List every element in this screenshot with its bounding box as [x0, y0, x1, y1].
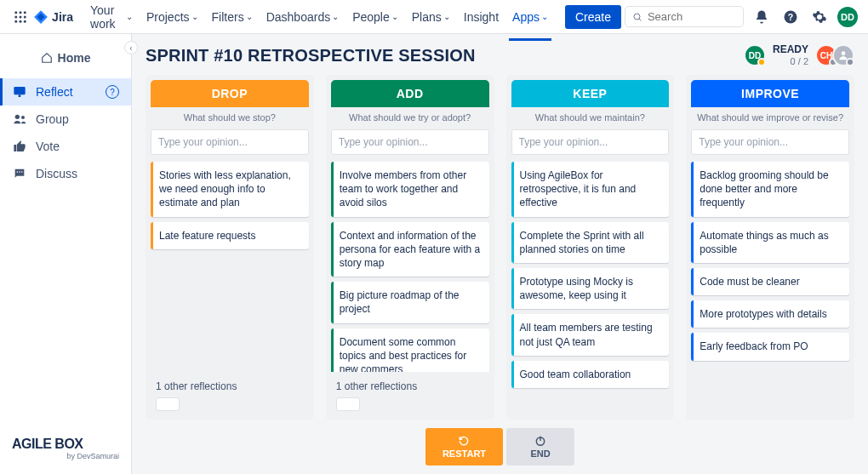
column-subtitle: What should we try or adopt?	[326, 107, 494, 129]
svg-point-15	[15, 115, 20, 119]
column-subtitle: What should we improve or revise?	[686, 107, 854, 129]
column-subtitle: What should we stop?	[146, 107, 314, 129]
collapse-sidebar-icon[interactable]: ‹	[124, 41, 138, 54]
sidebar-item-label: Vote	[36, 140, 60, 153]
nav-item-plans[interactable]: Plans⌄	[405, 0, 457, 34]
app-switcher-icon[interactable]	[10, 7, 30, 27]
nav-item-dashboards[interactable]: Dashboards⌄	[260, 0, 346, 34]
svg-line-10	[639, 18, 641, 20]
reflection-card[interactable]: Complete the Sprint with all planned sto…	[511, 222, 670, 263]
reflection-card[interactable]: Big picture roadmap of the project	[331, 282, 489, 323]
svg-point-20	[842, 51, 846, 55]
column-improve: IMPROVEWhat should we improve or revise?…	[686, 75, 854, 420]
svg-point-3	[14, 15, 17, 18]
reflect-icon	[12, 85, 27, 99]
svg-point-0	[14, 11, 17, 14]
reflection-card[interactable]: Code must be cleaner	[691, 268, 849, 295]
agilebox-subtitle: by DevSamurai	[12, 452, 119, 460]
column-header: DROP	[151, 80, 309, 107]
sidebar-item-label: Group	[36, 112, 69, 126]
reflection-card[interactable]: Context and information of the persona f…	[331, 222, 489, 277]
sidebar-item-group[interactable]: Group	[0, 106, 131, 133]
reflection-card[interactable]: Prototype using Mocky is awesome, keep u…	[511, 268, 670, 309]
group-icon	[12, 112, 27, 126]
svg-point-4	[19, 15, 21, 18]
user-avatar[interactable]: DD	[837, 7, 858, 27]
reveal-toggle[interactable]	[156, 397, 180, 411]
reflection-card[interactable]: Stories with less explanation, we need e…	[151, 162, 309, 217]
reflection-card[interactable]: All team members are testing not just QA…	[511, 314, 670, 355]
reflection-card[interactable]: Automate things as much as possible	[691, 222, 849, 263]
vote-icon	[12, 140, 27, 153]
participant-avatar[interactable]	[832, 44, 854, 66]
search-input[interactable]	[625, 6, 744, 27]
nav-item-people[interactable]: People⌄	[345, 0, 405, 34]
opinion-input[interactable]	[151, 129, 309, 155]
reflection-card[interactable]: More prototypes with details	[691, 300, 849, 328]
svg-point-5	[23, 15, 26, 18]
page-title: SPRINT #10 RETROSPECTIVE SESSION	[146, 46, 476, 66]
nav-item-projects[interactable]: Projects⌄	[140, 0, 205, 34]
settings-icon[interactable]	[808, 6, 831, 28]
reflection-card[interactable]: Late feature requests	[151, 222, 309, 249]
nav-item-insight[interactable]: Insight	[457, 0, 505, 34]
content: SPRINT #10 RETROSPECTIVE SESSION DD READ…	[132, 34, 868, 474]
other-reflections-label: 1 other reflections	[326, 372, 494, 397]
create-button[interactable]: Create	[565, 5, 621, 29]
notifications-icon[interactable]	[751, 6, 773, 28]
reflection-card[interactable]: Document some common topics and best pra…	[331, 328, 489, 373]
opinion-input[interactable]	[691, 129, 849, 155]
ready-status: READY 0 / 2	[773, 44, 808, 66]
reveal-toggle[interactable]	[336, 397, 360, 411]
reflection-card[interactable]: Involve members from other team to work …	[331, 162, 489, 217]
sidebar-item-label: Discuss	[36, 167, 77, 180]
discuss-icon	[12, 167, 27, 180]
svg-point-6	[14, 20, 17, 22]
column-drop: DROPWhat should we stop?Stories with les…	[146, 75, 314, 420]
svg-rect-18	[19, 171, 20, 172]
jira-logo[interactable]: Jira	[33, 9, 73, 25]
help-badge-icon[interactable]: ?	[106, 85, 119, 99]
content-header: SPRINT #10 RETROSPECTIVE SESSION DD READ…	[146, 44, 854, 66]
svg-point-9	[634, 14, 640, 20]
column-header: ADD	[331, 80, 489, 107]
reflection-card[interactable]: Using AgileBox for retrospective, it is …	[511, 162, 670, 217]
nav-item-filters[interactable]: Filters⌄	[205, 0, 260, 34]
participant-avatar[interactable]: DD	[744, 44, 766, 66]
other-reflections-label: 1 other reflections	[146, 372, 314, 397]
sidebar-item-discuss[interactable]: Discuss	[0, 160, 131, 187]
svg-rect-14	[19, 94, 21, 97]
sidebar-footer: AGILE BOX by DevSamurai	[0, 426, 131, 474]
opinion-input[interactable]	[331, 129, 489, 155]
reflection-card[interactable]: Early feedback from PO	[691, 333, 849, 360]
column-keep: KEEPWhat should we maintain?Using AgileB…	[506, 75, 675, 420]
svg-rect-19	[21, 171, 22, 172]
svg-point-1	[19, 11, 21, 14]
end-button[interactable]: END	[506, 428, 574, 465]
svg-point-7	[19, 20, 21, 22]
agilebox-logo: AGILE BOX	[12, 437, 119, 452]
column-header: KEEP	[511, 80, 670, 107]
help-icon[interactable]: ?	[779, 6, 802, 28]
svg-text:?: ?	[788, 11, 793, 21]
sidebar: ‹ Home Reflect ? Group Vote Discuss AGIL…	[0, 34, 132, 474]
svg-point-8	[23, 20, 26, 22]
reflection-card[interactable]: Backlog grooming should be done better a…	[691, 162, 849, 217]
svg-point-16	[21, 116, 25, 119]
nav-item-your-work[interactable]: Your work⌄	[83, 0, 140, 34]
footer-buttons: RESTART END	[146, 428, 854, 465]
restart-button[interactable]: RESTART	[425, 428, 503, 465]
sidebar-item-vote[interactable]: Vote	[0, 133, 131, 160]
column-header: IMPROVE	[691, 80, 849, 107]
top-nav: Jira Your work⌄Projects⌄Filters⌄Dashboar…	[0, 0, 868, 34]
retro-columns: DROPWhat should we stop?Stories with les…	[146, 75, 854, 420]
nav-item-apps[interactable]: Apps⌄	[505, 0, 555, 34]
column-subtitle: What should we maintain?	[506, 107, 675, 129]
sidebar-item-label: Reflect	[36, 85, 73, 99]
opinion-input[interactable]	[511, 129, 670, 155]
sidebar-home[interactable]: Home	[0, 44, 131, 78]
reflection-card[interactable]: Good team collaboration	[511, 361, 670, 388]
svg-rect-13	[14, 87, 25, 94]
svg-rect-17	[17, 171, 18, 172]
sidebar-item-reflect[interactable]: Reflect ?	[0, 78, 131, 106]
